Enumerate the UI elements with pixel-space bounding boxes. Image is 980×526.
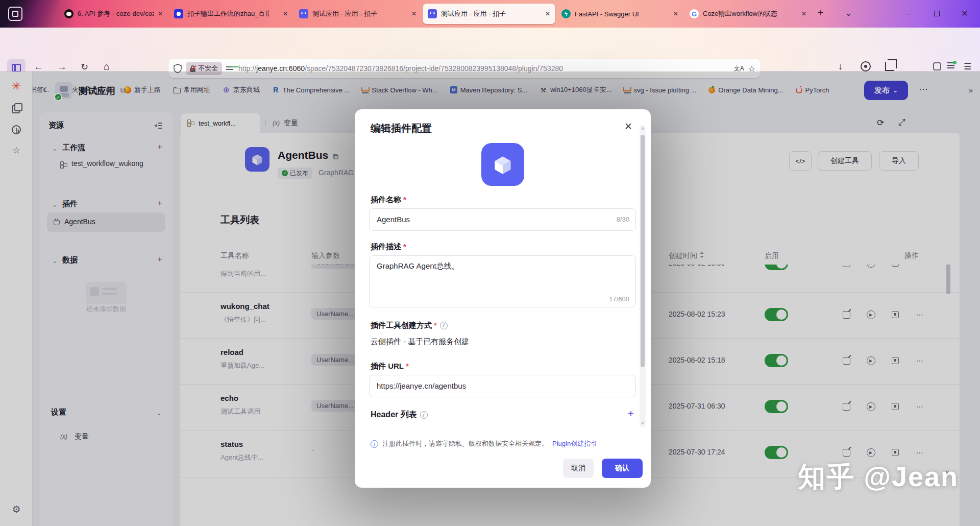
plugin-name-label: 插件名称* <box>371 195 406 205</box>
coze-favicon <box>428 9 437 18</box>
window-maximize-button[interactable] <box>925 0 948 28</box>
browser-tabbar: 6. API 参考 · coze-dev/coz ✕ 扣子输出工作流的zhau_… <box>0 0 980 28</box>
baidu-favicon <box>174 9 183 18</box>
desc-char-counter: 17/600 <box>609 295 629 303</box>
tab-close-icon[interactable]: ✕ <box>158 10 163 17</box>
account-icon[interactable] <box>861 61 871 71</box>
plugin-name-value: AgentBus <box>377 215 410 224</box>
scrollbar-thumb[interactable] <box>641 135 645 367</box>
modal-title: 编辑插件配置 <box>371 122 432 135</box>
tab-title: 测试应用 - 应用 - 扣子 <box>312 9 377 18</box>
tab-close-icon[interactable]: ✕ <box>283 10 288 17</box>
browser-tab-2[interactable]: 扣子输出工作流的zhau_百度 ✕ <box>169 4 293 24</box>
creation-method-label: 插件工具创建方式*i <box>371 321 448 330</box>
tab-list-dropdown-icon[interactable]: ⌄ <box>845 7 852 18</box>
forward-button[interactable]: → <box>57 61 67 73</box>
modal-scrollbar[interactable]: ∧ ∨ <box>640 125 646 427</box>
note-text: 注册此插件时，请遵守隐私、版权和数据安全相关规定。 <box>382 439 548 448</box>
home-button[interactable]: ⌂ <box>104 61 110 73</box>
tab-title: Coze输出workflow的状态 <box>703 9 777 18</box>
plugin-url-value: https://jeanye.cn/agentbus <box>377 381 466 390</box>
fastapi-favicon: ϟ <box>561 9 571 18</box>
scroll-down-arrow[interactable]: ∨ <box>641 421 644 425</box>
plugin-desc-textarea[interactable]: GraphRAG Agent总线。 17/600 <box>369 255 636 307</box>
browser-tab-1[interactable]: 6. API 参考 · coze-dev/coz ✕ <box>59 4 168 24</box>
downloads-button[interactable]: ↓ <box>838 61 843 72</box>
modal-note: i 注册此插件时，请遵守隐私、版权和数据安全相关规定。 Plugin创建指引 <box>371 439 636 448</box>
confirm-button[interactable]: 确认 <box>602 459 643 478</box>
creation-method-value: 云侧插件 - 基于已有服务创建 <box>371 337 469 347</box>
plugin-name-input[interactable]: AgentBus 8/30 <box>369 208 636 231</box>
screenshot-tool-icon[interactable] <box>885 62 894 71</box>
name-char-counter: 8/30 <box>617 216 629 223</box>
tab-title: FastAPI - Swagger UI <box>575 10 639 18</box>
extension-icon[interactable] <box>933 62 941 70</box>
edit-plugin-modal: 编辑插件配置 ✕ 插件名称* AgentBus 8/30 插件描述* Graph… <box>355 109 651 488</box>
window-minimize-button[interactable]: ─ <box>897 0 920 28</box>
browser-tab-6[interactable]: G Coze输出workflow的状态 ✕ <box>684 4 812 24</box>
scroll-up-arrow[interactable]: ∧ <box>641 126 644 131</box>
header-list-label: Header 列表i <box>371 410 428 420</box>
plugin-guide-link[interactable]: Plugin创建指引 <box>552 439 597 448</box>
tab-close-icon[interactable]: ✕ <box>801 10 806 17</box>
browser-tab-3[interactable]: 测试应用 - 应用 - 扣子 ✕ <box>294 4 422 24</box>
new-tab-button[interactable]: + <box>818 7 824 19</box>
google-favicon: G <box>690 9 699 18</box>
sidebar-panel-icon <box>12 64 21 72</box>
tab-title: 扣子输出工作流的zhau_百度 <box>187 9 269 18</box>
plugin-cube-icon-large <box>481 143 524 186</box>
screen: 6. API 参考 · coze-dev/coz ✕ 扣子输出工作流的zhau_… <box>0 0 980 526</box>
github-favicon <box>64 9 74 18</box>
tab-close-icon[interactable]: ✕ <box>411 10 416 17</box>
plugin-url-input[interactable]: https://jeanye.cn/agentbus <box>369 375 636 397</box>
coze-favicon <box>299 9 308 18</box>
modal-close-button[interactable]: ✕ <box>624 121 632 132</box>
window-close-button[interactable]: ✕ <box>953 0 976 28</box>
tab-close-icon[interactable]: ✕ <box>673 10 678 17</box>
plugin-desc-value: GraphRAG Agent总线。 <box>377 261 459 271</box>
plugin-desc-label: 插件描述* <box>371 242 406 252</box>
browser-navbar: ← → ↻ ⌂ 不安全 http://jeanye.cn:6060/space/… <box>0 28 980 71</box>
info-icon[interactable]: i <box>420 411 428 419</box>
adblock-extension-icon[interactable] <box>947 62 955 69</box>
zhihu-watermark: 知乎 @Jean <box>798 459 959 496</box>
tab-title: 测试应用 - 应用 - 扣子 <box>441 9 506 18</box>
tab-title: 6. API 参考 · coze-dev/coz <box>78 9 154 18</box>
tab-close-icon[interactable]: ✕ <box>545 10 550 17</box>
insecure-lock-icon <box>190 65 195 72</box>
permissions-icon[interactable] <box>226 65 234 71</box>
reload-button[interactable]: ↻ <box>81 61 88 73</box>
plugin-url-label: 插件 URL* <box>371 362 409 371</box>
browser-tab-5[interactable]: ϟ FastAPI - Swagger UI ✕ <box>556 4 683 24</box>
note-info-icon: i <box>371 440 378 448</box>
menu-icon[interactable]: ☰ <box>964 61 971 72</box>
back-button[interactable]: ← <box>34 61 43 73</box>
add-header-button[interactable]: + <box>628 408 634 420</box>
info-icon[interactable]: i <box>440 322 448 329</box>
library-icon[interactable] <box>8 7 22 21</box>
cancel-button[interactable]: 取消 <box>563 459 594 478</box>
browser-tab-4-active[interactable]: 测试应用 - 应用 - 扣子 ✕ <box>423 4 555 24</box>
